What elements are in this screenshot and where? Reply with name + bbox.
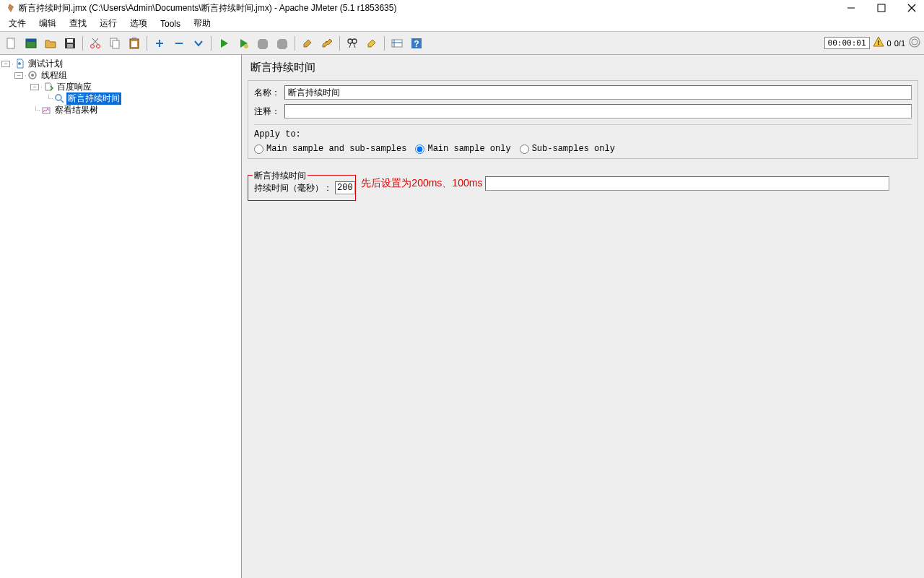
stop-icon[interactable] (254, 35, 271, 52)
svg-line-26 (354, 43, 355, 48)
toolbar: ? 00:00:01 ! 0 0/1 (0, 32, 924, 55)
shutdown-icon[interactable] (274, 35, 291, 52)
tree-item-assertion[interactable]: 断言持续时间 (66, 92, 121, 105)
templates-icon[interactable] (22, 35, 40, 52)
separator (82, 36, 83, 51)
thread-count: 0/1 (894, 39, 905, 48)
duration-input[interactable] (335, 181, 355, 194)
start-no-timers-icon[interactable] (235, 35, 252, 52)
copy-icon[interactable] (106, 35, 123, 52)
tree-item-sampler[interactable]: 百度响应 (56, 81, 93, 93)
sampler-icon (43, 81, 54, 92)
svg-line-25 (349, 43, 351, 48)
svg-rect-9 (67, 44, 73, 48)
save-icon[interactable] (61, 35, 79, 52)
clear-icon[interactable] (299, 35, 316, 52)
help-icon[interactable]: ? (408, 35, 425, 52)
warning-count: 0 (887, 39, 892, 48)
minimize-button[interactable] (845, 1, 858, 14)
panel-title: 断言持续时间 (248, 59, 918, 76)
collapse-icon[interactable] (170, 35, 188, 52)
tree-toggle[interactable]: − (1, 61, 10, 67)
svg-rect-15 (113, 40, 119, 48)
svg-rect-6 (26, 39, 36, 42)
clear-all-icon[interactable] (318, 35, 336, 52)
gauge-icon[interactable] (908, 35, 921, 51)
svg-rect-17 (132, 38, 136, 40)
svg-text:!: ! (877, 39, 879, 46)
menu-edit[interactable]: 编辑 (33, 16, 62, 31)
menu-file[interactable]: 文件 (3, 16, 32, 31)
elapsed-timer: 00:00:01 (824, 37, 870, 49)
svg-line-39 (61, 100, 64, 103)
svg-point-11 (97, 44, 100, 48)
svg-point-38 (56, 95, 61, 100)
duration-label: 持续时间（毫秒）： (254, 182, 332, 194)
new-file-icon[interactable] (3, 35, 20, 52)
threadgroup-icon (27, 69, 38, 81)
separator (211, 36, 212, 51)
separator (384, 36, 385, 51)
function-helper-icon[interactable] (388, 35, 406, 52)
svg-point-22 (244, 44, 248, 48)
svg-point-23 (348, 39, 352, 43)
menu-search[interactable]: 查找 (64, 16, 92, 31)
menu-help[interactable]: 帮助 (188, 16, 217, 31)
comment-label: 注释： (254, 105, 284, 118)
svg-rect-1 (878, 4, 885, 12)
warning-icon[interactable]: ! (873, 36, 884, 50)
reset-search-icon[interactable] (363, 35, 380, 52)
svg-point-34 (912, 39, 918, 45)
titlebar: 断言持续时间.jmx (C:\Users\Admin\Documents\断言持… (0, 0, 924, 16)
duration-input-extension[interactable] (485, 176, 889, 191)
comment-input[interactable] (284, 104, 912, 118)
listener-icon (40, 104, 52, 116)
separator (295, 36, 295, 51)
radio-main-and-sub[interactable]: Main sample and sub-samples (254, 144, 406, 154)
maximize-button[interactable] (875, 1, 888, 14)
svg-point-33 (910, 37, 920, 47)
tree-toggle[interactable]: − (30, 84, 39, 90)
radio-main-only[interactable]: Main sample only (415, 144, 510, 154)
name-label: 名称： (254, 87, 284, 99)
red-annotation: 先后设置为200ms、100ms (361, 177, 482, 190)
app-icon (6, 3, 16, 13)
toggle-icon[interactable] (190, 35, 207, 52)
duration-fieldset: 断言持续时间 持续时间（毫秒）： (248, 175, 356, 201)
tree-toggle[interactable]: − (14, 72, 23, 79)
svg-point-10 (91, 44, 95, 48)
close-button[interactable] (905, 1, 918, 14)
open-icon[interactable] (42, 35, 59, 52)
svg-rect-8 (67, 39, 73, 43)
window-title: 断言持续时间.jmx (C:\Users\Admin\Documents\断言持… (19, 2, 396, 14)
svg-text:?: ? (414, 39, 419, 49)
svg-rect-18 (131, 41, 137, 47)
menubar: 文件 编辑 查找 运行 选项 Tools 帮助 (0, 16, 924, 32)
tree-item-testplan[interactable]: 测试计划 (27, 58, 64, 70)
separator (147, 36, 147, 51)
radio-sub-only[interactable]: Sub-samples only (520, 144, 615, 154)
paste-icon[interactable] (126, 35, 143, 52)
svg-rect-27 (392, 40, 402, 47)
search-icon[interactable] (344, 35, 361, 52)
editor-panel: 断言持续时间 名称： 注释： Apply to: Main sample and… (242, 55, 924, 578)
menu-options[interactable]: 选项 (124, 16, 153, 31)
assertion-icon (53, 92, 65, 104)
tree-item-listener[interactable]: 察看结果树 (53, 104, 100, 116)
svg-point-37 (31, 74, 34, 77)
svg-point-24 (352, 39, 357, 43)
tree-item-threadgroup[interactable]: 线程组 (40, 69, 69, 82)
name-input[interactable] (284, 85, 912, 100)
menu-tools[interactable]: Tools (154, 17, 186, 30)
duration-legend: 断言持续时间 (253, 170, 308, 182)
menu-run[interactable]: 运行 (94, 16, 123, 31)
start-icon[interactable] (215, 35, 232, 52)
svg-point-35 (18, 62, 21, 65)
expand-icon[interactable] (151, 35, 168, 52)
separator (339, 36, 340, 51)
testplan-icon (14, 58, 25, 69)
apply-to-label: Apply to: (254, 129, 912, 139)
test-plan-tree[interactable]: −·测试计划 −·线程组 −·百度响应 └·断言持续时间 └·察看结果树 (0, 55, 242, 578)
cut-icon[interactable] (87, 35, 104, 52)
